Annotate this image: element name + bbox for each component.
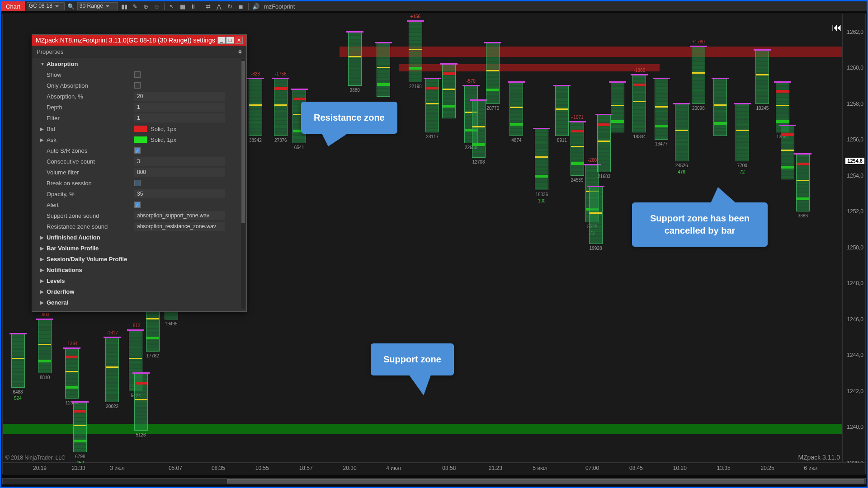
footprint-bar[interactable]: 18344-1365	[632, 75, 647, 132]
h-scrollbar[interactable]	[2, 478, 866, 484]
draw-icon[interactable]: ✎	[131, 2, 140, 10]
row-only-absorption[interactable]: Only Absorption	[32, 80, 246, 91]
group-general[interactable]: ▶General	[32, 297, 246, 308]
row-bid[interactable]: ▶BidSolid, 1px	[32, 123, 246, 134]
time-axis[interactable]: 20:1921:333 июл05:0708:3510:5518:5720:30…	[2, 463, 866, 474]
footprint-bar[interactable]: 19928	[588, 187, 604, 244]
row-filter[interactable]: Filter	[32, 113, 246, 123]
group-bar-vp[interactable]: ▶Bar Volume Profile	[32, 243, 246, 253]
row-opacity[interactable]: Opacity, %	[32, 188, 246, 199]
footprint-bar[interactable]	[441, 64, 457, 118]
input-consecutive[interactable]	[134, 157, 225, 166]
input-resistance-sound[interactable]	[134, 222, 225, 231]
group-unfinished[interactable]: ▶Unfinished Auction	[32, 232, 246, 243]
footprint-bar[interactable]: 12708	[471, 100, 486, 158]
footprint-bar[interactable]: 12394-1364	[64, 348, 80, 399]
row-show[interactable]: Show	[32, 69, 246, 80]
group-session-vp[interactable]: ▶Session/Daily Volume Profile	[32, 253, 246, 264]
footprint-bar[interactable]	[780, 126, 795, 179]
group-absorption[interactable]: ▼Absorption	[32, 58, 246, 69]
footprint-bar[interactable]	[712, 79, 728, 136]
dialog-scrollbar[interactable]	[241, 59, 245, 309]
group-notifications[interactable]: ▶Notifications	[32, 264, 246, 275]
checkbox-auto-sr[interactable]: ✓	[134, 147, 141, 154]
time-tick: 5 июл	[533, 465, 547, 471]
input-depth[interactable]	[134, 103, 225, 112]
footprint-bar[interactable]: 9880	[347, 32, 363, 86]
goto-last-bar-icon[interactable]: ⏮	[832, 22, 842, 33]
dialog-scrollbar-thumb[interactable]	[241, 61, 245, 223]
footprint-bar[interactable]: 38942-823	[248, 79, 263, 136]
row-volume-filter[interactable]: Volume filter	[32, 167, 246, 178]
footprint-bar[interactable]: 20022-1817	[104, 338, 120, 402]
footprint-bar[interactable]	[376, 43, 391, 97]
bars-icon[interactable]: ▮▮	[120, 2, 129, 10]
footprint-bar[interactable]: 6798452	[72, 402, 88, 452]
group-orderflow[interactable]: ▶Orderflow	[32, 286, 246, 297]
footprint-bar[interactable]: 4874	[509, 82, 524, 136]
sound-icon[interactable]: 🔊	[251, 2, 260, 10]
footprint-bar[interactable]: 10245	[755, 50, 770, 104]
trend-icon[interactable]: ⋀	[215, 2, 224, 10]
footprint-bar[interactable]: 18836100	[534, 129, 549, 190]
footprint-bar[interactable]: 3886	[795, 154, 811, 211]
input-opacity[interactable]	[134, 189, 225, 198]
properties-header[interactable]: Properties	[32, 46, 246, 58]
dialog-minimize-icon[interactable]: _	[217, 37, 226, 44]
footprint-bar[interactable]	[610, 82, 625, 132]
bar-volume: 7700	[737, 163, 747, 168]
input-filter[interactable]	[134, 113, 225, 122]
group-levels[interactable]: ▶Levels	[32, 275, 246, 286]
footprint-bar[interactable]: 20776	[485, 43, 500, 104]
input-absorption-pct[interactable]	[134, 92, 225, 101]
checkbox-alert[interactable]: ✓	[134, 202, 141, 208]
range-dropdown[interactable]: 30 Range	[77, 2, 118, 10]
chart-tab[interactable]: Chart	[1, 1, 25, 11]
row-auto-sr[interactable]: Auto S/R zones✓	[32, 145, 246, 156]
row-alert[interactable]: Alert✓	[32, 199, 246, 210]
cursor-icon[interactable]: ↖	[167, 2, 176, 10]
row-consecutive[interactable]: Consecutive count	[32, 156, 246, 167]
checkbox-only-absorption[interactable]	[134, 82, 141, 89]
footprint-bar[interactable]: 8810-903	[37, 319, 52, 373]
footprint-bar[interactable]: 27376-1758	[273, 79, 288, 136]
row-resistance-sound[interactable]: Resistance zone sound	[32, 221, 246, 232]
footprint-bar[interactable]: 13477	[654, 79, 669, 140]
price-axis[interactable]: 1262,01260,01258,01256,01254,01252,01250…	[842, 14, 866, 463]
checkbox-show[interactable]	[134, 71, 141, 78]
footprint-bar[interactable]: 770072	[735, 104, 750, 161]
price-marker: 1254,8	[845, 158, 864, 164]
footprint-bar[interactable]: 24526476	[674, 104, 689, 161]
time-tick: 20:25	[761, 465, 774, 471]
pause-icon[interactable]: ⏸	[189, 2, 198, 10]
row-absorption-pct[interactable]: Absorption, %	[32, 91, 246, 102]
data-icon[interactable]: ▦	[178, 2, 187, 10]
search-icon[interactable]: 🔍	[66, 2, 75, 10]
checkbox-break-session[interactable]	[134, 180, 141, 186]
zoom-in-icon[interactable]: ⊕	[142, 2, 151, 10]
zoom-out-icon[interactable]: ⊖	[152, 2, 161, 10]
row-break-session[interactable]: Break on session	[32, 178, 246, 188]
input-volume-filter[interactable]	[134, 168, 225, 177]
footprint-bar[interactable]: 6488524	[10, 334, 26, 388]
dialog-close-icon[interactable]: ✕	[235, 37, 243, 44]
footprint-bar[interactable]: 24539+1071	[570, 122, 585, 176]
bar-delta-top: -612	[131, 323, 140, 328]
row-ask[interactable]: ▶AskSolid, 1px	[32, 134, 246, 145]
dialog-titlebar[interactable]: MZpack.NT8.mzFootprint 3.11.0(GC 08-18 (…	[32, 35, 246, 46]
footprint-bar[interactable]: 20098+1780	[691, 47, 706, 104]
list-icon[interactable]: ≣	[236, 2, 245, 10]
h-scrollbar-thumb[interactable]	[227, 479, 864, 483]
row-support-sound[interactable]: Support zone sound	[32, 210, 246, 221]
footprint-bar[interactable]: 5126	[133, 373, 149, 431]
input-support-sound[interactable]	[134, 211, 225, 220]
footprint-bar[interactable]: 22198+156	[408, 21, 423, 82]
refresh-icon[interactable]: ↻	[226, 2, 235, 10]
footprint-bar[interactable]: 8911	[554, 86, 570, 136]
footprint-bar[interactable]: 28117	[425, 79, 440, 132]
dialog-maximize-icon[interactable]: □	[226, 37, 234, 44]
bar-delta-top: +1071	[571, 115, 584, 120]
link-icon[interactable]: ⇄	[204, 2, 213, 10]
row-depth[interactable]: Depth	[32, 102, 246, 113]
instrument-dropdown[interactable]: GC 08-18	[27, 2, 65, 10]
